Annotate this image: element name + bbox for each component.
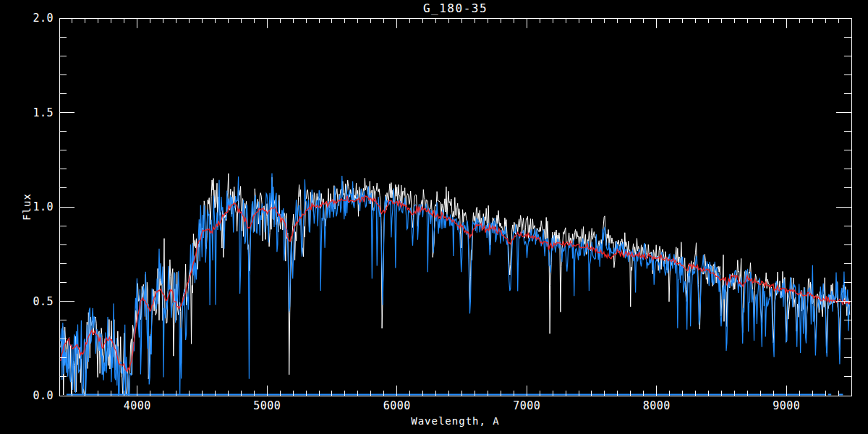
x-tick-label: 8000 (635, 399, 678, 412)
x-tick-label: 7000 (505, 399, 548, 412)
x-axis-label: Wavelength, A (59, 415, 851, 427)
plot-title: G_180-35 (59, 1, 851, 15)
y-tick-label: 1.5 (20, 106, 54, 119)
y-tick-label: 0.5 (20, 295, 54, 308)
x-tick-label: 5000 (245, 399, 289, 412)
x-tick-label: 9000 (765, 399, 808, 412)
y-tick-label: 0.0 (20, 389, 54, 402)
plot-canvas (0, 0, 868, 434)
y-tick-label: 2.0 (20, 12, 54, 25)
spectrum-figure: G_180-35 Flux Wavelength, A 400050006000… (0, 0, 868, 434)
x-tick-label: 6000 (375, 399, 419, 412)
y-tick-label: 1.0 (20, 200, 54, 213)
x-tick-label: 4000 (116, 399, 159, 412)
